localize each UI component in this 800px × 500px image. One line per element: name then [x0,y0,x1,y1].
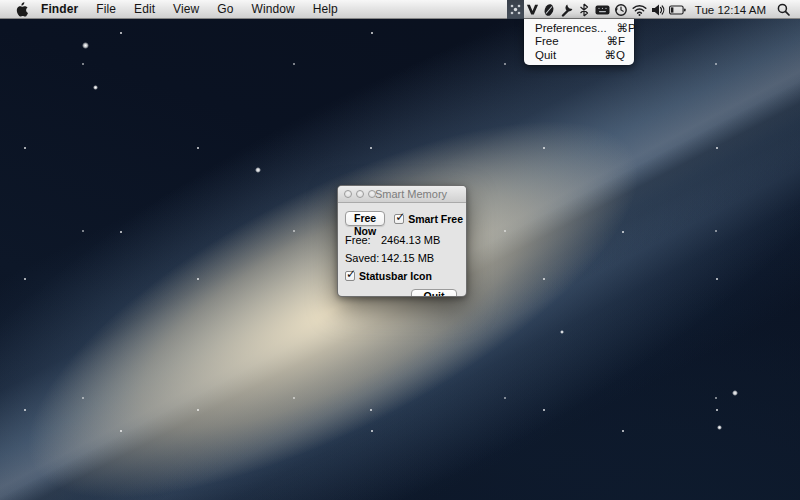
smart-memory-glyph-icon [509,3,522,16]
battery-status-icon[interactable] [667,0,688,19]
bright-star [560,330,564,334]
window-content: Free Now Smart Free Free: 2464.13 MB Sav… [338,203,466,297]
smart-free-checkbox-group[interactable]: Smart Free [394,213,463,225]
menubar-clock[interactable]: Tue 12:14 AM [688,4,775,16]
menubar-item-view[interactable]: View [164,0,208,18]
bright-star [255,167,261,173]
volume-icon [651,4,665,16]
lock-oval-icon [543,3,555,17]
menu-item-shortcut: ⌘F [606,35,625,48]
menu-item-free[interactable]: Free ⌘F [524,35,634,49]
statusbar-icon-checkbox[interactable] [345,271,355,281]
menu-item-label: Quit [535,49,556,62]
spotlight-status-icon[interactable] [775,0,792,19]
wrench-status-icon[interactable] [558,0,576,19]
top-row: Free Now Smart Free [345,211,459,226]
keyboard-icon [595,5,610,15]
smart-free-checkbox[interactable] [394,214,404,224]
quit-row: Quit [345,289,459,297]
keyboard-status-icon[interactable] [593,0,612,19]
menu-item-label: Free [535,35,559,48]
menubar-menus: Finder File Edit View Go Window Help [0,0,347,18]
bluetooth-status-icon[interactable] [576,0,593,19]
smart-memory-window: Smart Memory Free Now Smart Free Free: 2… [337,185,467,297]
bright-star [93,85,98,90]
menu-item-preferences[interactable]: Preferences... ⌘P [524,21,634,35]
battery-icon [669,5,686,15]
search-icon [777,3,790,16]
menu-item-shortcut: ⌘Q [605,49,625,62]
time-machine-icon [614,3,628,17]
menubar-item-edit[interactable]: Edit [125,0,164,18]
menubar-item-help[interactable]: Help [304,0,347,18]
bright-star [732,390,738,396]
time-machine-status-icon[interactable] [612,0,630,19]
menubar-status-area: Tue 12:14 AM [507,0,800,19]
saved-label: Saved: [345,252,381,264]
quit-button[interactable]: Quit [411,289,457,297]
menu-item-shortcut: ⌘P [617,22,636,35]
free-value: 2464.13 MB [381,234,440,246]
menubar-item-go[interactable]: Go [208,0,242,18]
menubar-item-window[interactable]: Window [243,0,304,18]
menu-item-label: Preferences... [535,22,607,35]
mask-icon [526,3,539,16]
titlebar[interactable]: Smart Memory [338,186,466,203]
mask-status-icon[interactable] [524,0,541,19]
wrench-icon [560,3,574,17]
bluetooth-icon [579,3,589,17]
menu-item-quit[interactable]: Quit ⌘Q [524,48,634,62]
free-row: Free: 2464.13 MB [345,234,459,246]
bright-star [82,42,89,49]
free-label: Free: [345,234,381,246]
bright-star [717,425,722,430]
menubar: Finder File Edit View Go Window Help [0,0,800,19]
lock-oval-status-icon[interactable] [541,0,558,19]
status-dropdown-menu: Preferences... ⌘P Free ⌘F Quit ⌘Q [524,19,634,65]
smart-memory-status-icon[interactable] [507,0,524,19]
wifi-status-icon[interactable] [630,0,649,19]
menubar-item-file[interactable]: File [87,0,125,18]
saved-row: Saved: 142.15 MB [345,252,459,264]
statusbar-icon-label: Statusbar Icon [359,270,432,282]
window-title: Smart Memory [338,188,466,200]
saved-value: 142.15 MB [381,252,434,264]
free-now-button[interactable]: Free Now [345,211,385,226]
wifi-icon [632,4,647,16]
smart-free-label: Smart Free [408,213,463,225]
volume-status-icon[interactable] [649,0,667,19]
menubar-item-finder[interactable]: Finder [32,0,87,18]
apple-logo-icon [15,2,28,17]
statusbar-checkbox-group[interactable]: Statusbar Icon [345,270,432,282]
statusbar-row: Statusbar Icon [345,270,459,282]
apple-menu[interactable] [10,0,32,18]
